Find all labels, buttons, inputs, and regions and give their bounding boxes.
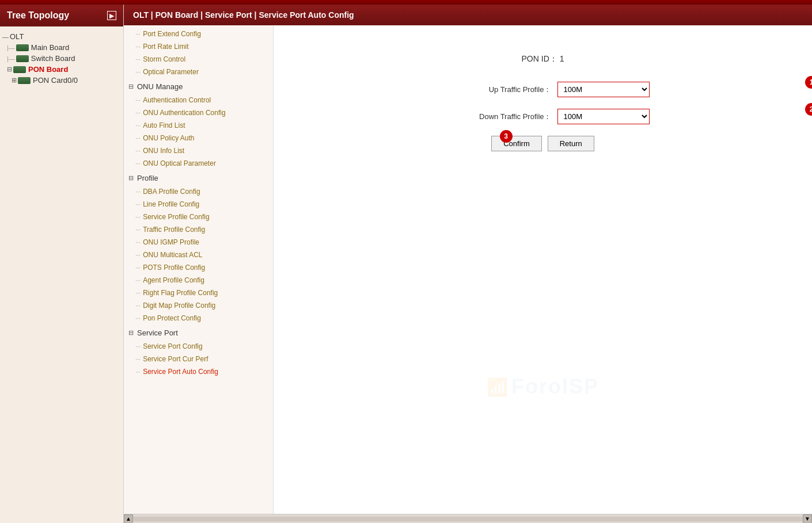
breadcrumb-text: OLT | PON Board | Service Port | Service… (133, 10, 354, 20)
nav-storm-control[interactable]: ··· Storm Control (124, 53, 273, 66)
badge-3: 3 (500, 130, 513, 143)
down-traffic-select[interactable]: 100M 200M 500M 1G (557, 109, 650, 124)
watermark-wifi-icon: 📶 (487, 377, 509, 397)
pon-id-label: PON ID： (522, 54, 557, 63)
nav-port-rate-limit[interactable]: ··· Port Rate Limit (124, 40, 273, 53)
nav-line-profile-config[interactable]: ··· Line Profile Config (124, 198, 273, 211)
nav-pon-protect-config[interactable]: ··· Pon Protect Config (124, 312, 273, 325)
nav-onu-optical-parameter[interactable]: ··· ONU Optical Parameter (124, 157, 273, 170)
return-button[interactable]: Return (548, 136, 594, 151)
tree-item-switch-board[interactable]: |— Switch Board (2, 53, 121, 64)
nav-section-pon-board: ··· Port Extend Config ··· Port Rate Lim… (124, 28, 273, 78)
nav-section-profile: ⊟ Profile ··· DBA Profile Config ··· Lin… (124, 171, 273, 325)
watermark: 📶 ForoISP (487, 375, 599, 399)
scroll-area: ▲ ▼ (124, 514, 812, 523)
nav-onu-authentication-config[interactable]: ··· ONU Authentication Config (124, 106, 273, 119)
nav-service-profile-config[interactable]: ··· Service Profile Config (124, 211, 273, 223)
service-port-expand-icon: ⊟ (128, 329, 134, 337)
watermark-text: ForoISP (511, 375, 599, 399)
up-traffic-row: Up Traffic Profile： 100M 200M 500M 1G 1 (297, 82, 789, 97)
olt-expand-icon: — (2, 33, 9, 40)
pon-board-expand-icon: ⊟ (7, 66, 12, 73)
scroll-track (133, 517, 803, 521)
sidebar-title: Tree Topology (7, 10, 69, 21)
nav-authentication-control[interactable]: ··· Authentication Control (124, 94, 273, 106)
sidebar-header: Tree Topology ▶ (0, 5, 123, 26)
pon-card-expand-icon: ⊞ (12, 77, 17, 84)
collapse-button[interactable]: ▶ (107, 11, 116, 20)
main-container: Tree Topology ▶ — OLT |— Main Board |— S… (0, 5, 812, 523)
scroll-up-btn[interactable]: ▲ (124, 514, 133, 524)
onu-manage-expand-icon: ⊟ (128, 83, 134, 90)
confirm-button[interactable]: Confirm (491, 136, 542, 151)
onu-manage-label: ONU Manage (137, 82, 183, 91)
up-traffic-label: Up Traffic Profile： (437, 85, 552, 95)
olt-label: OLT (10, 32, 24, 41)
pon-board-label: PON Board (28, 65, 68, 74)
buttons-row: 3 Confirm Return (297, 136, 789, 151)
service-port-label: Service Port (137, 329, 178, 337)
tree-item-pon-card[interactable]: ⊞ PON Card0/0 (2, 75, 121, 86)
nav-dba-profile-config[interactable]: ··· DBA Profile Config (124, 185, 273, 198)
service-port-header[interactable]: ⊟ Service Port (124, 326, 273, 340)
main-board-label: Main Board (31, 43, 69, 52)
sidebar: Tree Topology ▶ — OLT |— Main Board |— S… (0, 5, 124, 523)
tree-item-olt[interactable]: — OLT (2, 31, 121, 42)
nav-service-port-config[interactable]: ··· Service Port Config (124, 340, 273, 353)
badge-1: 1 (805, 76, 812, 89)
breadcrumb: OLT | PON Board | Service Port | Service… (124, 5, 812, 25)
nav-service-port-cur-perf[interactable]: ··· Service Port Cur Perf (124, 353, 273, 365)
nav-onu-info-list[interactable]: ··· ONU Info List (124, 144, 273, 157)
top-bar (0, 0, 812, 5)
pon-card-label: PON Card0/0 (33, 76, 78, 85)
nav-traffic-profile-config[interactable]: ··· Traffic Profile Config (124, 223, 273, 236)
pon-id-row: PON ID： 1 (297, 54, 789, 64)
pon-card-icon (18, 77, 31, 84)
content-area: ··· Port Extend Config ··· Port Rate Lim… (124, 25, 812, 514)
form-container: PON ID： 1 Up Traffic Profile： 100M 200M … (285, 37, 800, 169)
down-traffic-label: Down Traffic Profile： (437, 112, 552, 122)
nav-section-service-port: ⊟ Service Port ··· Service Port Config ·… (124, 326, 273, 378)
pon-id-value: 1 (560, 54, 564, 63)
badge-2: 2 (805, 103, 812, 116)
nav-service-port-auto-config[interactable]: ··· Service Port Auto Config (124, 365, 273, 378)
scroll-down-btn[interactable]: ▼ (803, 514, 812, 524)
sidebar-tree: — OLT |— Main Board |— Switch Board ⊟ PO… (0, 26, 123, 523)
tree-item-main-board[interactable]: |— Main Board (2, 42, 121, 53)
profile-header[interactable]: ⊟ Profile (124, 171, 273, 185)
tree-item-pon-board[interactable]: ⊟ PON Board (2, 64, 121, 75)
nav-panel: ··· Port Extend Config ··· Port Rate Lim… (124, 25, 274, 514)
main-board-line: |— (7, 44, 15, 51)
nav-digit-map-profile-config[interactable]: ··· Digit Map Profile Config (124, 299, 273, 312)
main-content: PON ID： 1 Up Traffic Profile： 100M 200M … (274, 25, 812, 514)
nav-onu-multicast-acl[interactable]: ··· ONU Multicast ACL (124, 249, 273, 261)
onu-manage-header[interactable]: ⊟ ONU Manage (124, 79, 273, 94)
nav-port-extend-config[interactable]: ··· Port Extend Config (124, 28, 273, 40)
nav-right-flag-profile-config[interactable]: ··· Right Flag Profile Config (124, 287, 273, 299)
right-panel: OLT | PON Board | Service Port | Service… (124, 5, 812, 523)
switch-board-icon (16, 55, 29, 62)
switch-board-label: Switch Board (31, 54, 75, 63)
nav-agent-profile-config[interactable]: ··· Agent Profile Config (124, 274, 273, 287)
nav-optical-parameter[interactable]: ··· Optical Parameter (124, 66, 273, 78)
switch-board-line: |— (7, 55, 15, 62)
nav-onu-igmp-profile[interactable]: ··· ONU IGMP Profile (124, 236, 273, 249)
nav-pots-profile-config[interactable]: ··· POTS Profile Config (124, 261, 273, 274)
nav-auto-find-list[interactable]: ··· Auto Find List (124, 119, 273, 132)
up-traffic-select[interactable]: 100M 200M 500M 1G (557, 82, 650, 97)
down-traffic-row: Down Traffic Profile： 100M 200M 500M 1G … (297, 109, 789, 124)
nav-section-onu-manage: ⊟ ONU Manage ··· Authentication Control … (124, 79, 273, 170)
profile-label: Profile (137, 174, 158, 182)
nav-onu-policy-auth[interactable]: ··· ONU Policy Auth (124, 132, 273, 144)
pon-board-icon (13, 66, 26, 73)
profile-expand-icon: ⊟ (128, 174, 134, 182)
main-board-icon (16, 44, 29, 51)
